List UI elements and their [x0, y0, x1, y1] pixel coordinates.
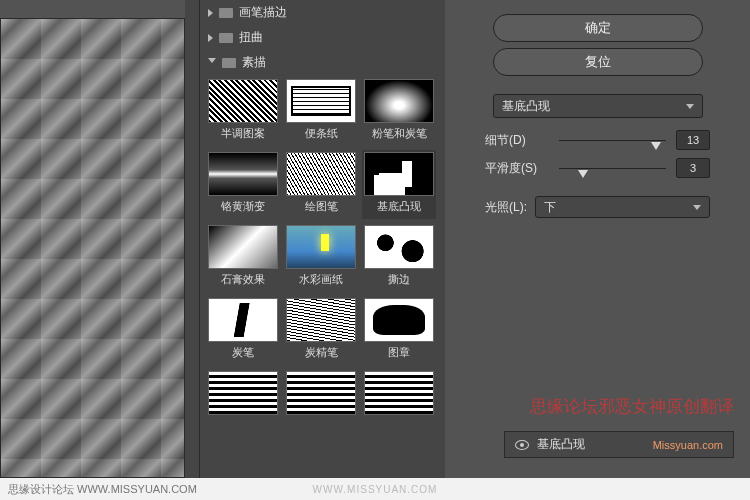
layer-name: 基底凸现 [537, 436, 585, 453]
folder-label: 扭曲 [239, 29, 263, 46]
smooth-handle[interactable] [578, 170, 588, 178]
thumb-t-chalk[interactable]: 粉笔和炭笔 [362, 77, 436, 146]
thumb-image [364, 298, 434, 342]
detail-slider-row: 细节(D) 13 [485, 130, 710, 150]
thumb-label: 基底凸现 [362, 196, 436, 219]
thumb-image [286, 298, 356, 342]
thumb-label: 撕边 [362, 269, 436, 292]
thumb-image [208, 298, 278, 342]
folder-icon [222, 58, 236, 68]
filter-select-value: 基底凸现 [502, 98, 550, 115]
thumb-t-graphic[interactable]: 绘图笔 [284, 150, 358, 219]
thumb-t-stamp[interactable]: 图章 [362, 296, 436, 365]
folder-2[interactable]: 素描 [200, 50, 445, 75]
filter-gallery: 画笔描边扭曲素描 半调图案便条纸粉笔和炭笔铬黄渐变绘图笔基底凸现石膏效果水彩画纸… [200, 0, 445, 478]
layer-site: Missyuan.com [653, 439, 723, 451]
thumb-image [364, 79, 434, 123]
light-row: 光照(L): 下 [485, 196, 710, 218]
thumb-t-bas[interactable]: 基底凸现 [362, 150, 436, 219]
ok-button[interactable]: 确定 [493, 14, 703, 42]
thumb-t-halftone[interactable]: 半调图案 [206, 77, 280, 146]
thumb-image [286, 225, 356, 269]
folder-label: 素描 [242, 54, 266, 71]
chevron-down-icon [693, 205, 701, 210]
thumb-extra[interactable] [284, 369, 358, 415]
thumb-extra[interactable] [362, 369, 436, 415]
thumb-image [364, 152, 434, 196]
folder-0[interactable]: 画笔描边 [200, 0, 445, 25]
settings-pane: 确定 复位 基底凸现 细节(D) 13 平滑度(S) 3 光照(L): 下 思缘… [445, 0, 750, 478]
thumb-label: 便条纸 [284, 123, 358, 146]
thumb-label: 石膏效果 [206, 269, 280, 292]
arrow-icon [208, 9, 213, 17]
thumb-image [364, 371, 434, 415]
watermark-text: 思缘论坛邪恶女神原创翻译 [530, 395, 734, 418]
thumb-t-conte[interactable]: 炭精笔 [284, 296, 358, 365]
folder-icon [219, 33, 233, 43]
thumb-label: 水彩画纸 [284, 269, 358, 292]
detail-handle[interactable] [651, 142, 661, 150]
thumb-extra[interactable] [206, 369, 280, 415]
thumb-label: 图章 [362, 342, 436, 365]
folder-label: 画笔描边 [239, 4, 287, 21]
tree-gutter [185, 0, 200, 478]
thumb-label: 铬黄渐变 [206, 196, 280, 219]
footer-left: 思缘设计论坛 WWW.MISSYUAN.COM [8, 482, 197, 497]
preview-image [1, 19, 184, 477]
footer-bar: 思缘设计论坛 WWW.MISSYUAN.COM WWW.MISSYUAN.COM [0, 478, 750, 500]
smooth-label: 平滑度(S) [485, 160, 549, 177]
folder-1[interactable]: 扭曲 [200, 25, 445, 50]
thumb-label: 粉笔和炭笔 [362, 123, 436, 146]
thumb-label: 炭笔 [206, 342, 280, 365]
arrow-icon [208, 58, 216, 67]
thumb-t-torn[interactable]: 撕边 [362, 223, 436, 292]
reset-button[interactable]: 复位 [493, 48, 703, 76]
light-label: 光照(L): [485, 199, 527, 216]
filter-select[interactable]: 基底凸现 [493, 94, 703, 118]
thumb-image [286, 371, 356, 415]
thumb-image [208, 79, 278, 123]
thumb-image [286, 79, 356, 123]
footer-watermark: WWW.MISSYUAN.COM [313, 484, 438, 495]
detail-slider[interactable] [559, 132, 666, 148]
detail-label: 细节(D) [485, 132, 549, 149]
thumb-image [208, 152, 278, 196]
light-select[interactable]: 下 [535, 196, 710, 218]
thumb-label: 半调图案 [206, 123, 280, 146]
thumb-label: 炭精笔 [284, 342, 358, 365]
thumb-image [364, 225, 434, 269]
thumb-t-water[interactable]: 水彩画纸 [284, 223, 358, 292]
effect-layer-row[interactable]: 基底凸现 Missyuan.com [504, 431, 734, 458]
smooth-slider-row: 平滑度(S) 3 [485, 158, 710, 178]
smooth-slider[interactable] [559, 160, 666, 176]
thumb-image [208, 371, 278, 415]
detail-value[interactable]: 13 [676, 130, 710, 150]
thumb-label: 绘图笔 [284, 196, 358, 219]
arrow-icon [208, 34, 213, 42]
chevron-down-icon [686, 104, 694, 109]
thumb-t-plaster[interactable]: 石膏效果 [206, 223, 280, 292]
thumb-t-chrome[interactable]: 铬黄渐变 [206, 150, 280, 219]
visibility-icon[interactable] [515, 440, 529, 450]
thumb-t-note[interactable]: 便条纸 [284, 77, 358, 146]
light-value: 下 [544, 199, 556, 216]
smooth-value[interactable]: 3 [676, 158, 710, 178]
preview-pane [0, 18, 185, 478]
thumb-t-char[interactable]: 炭笔 [206, 296, 280, 365]
thumb-image [208, 225, 278, 269]
folder-icon [219, 8, 233, 18]
thumb-image [286, 152, 356, 196]
